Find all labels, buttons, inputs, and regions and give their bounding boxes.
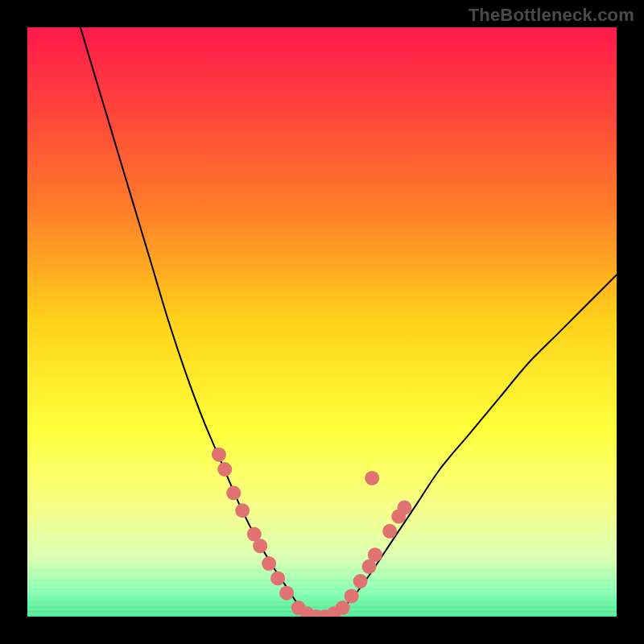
data-point-marker bbox=[217, 462, 232, 477]
svg-rect-1 bbox=[27, 517, 617, 524]
data-point-marker bbox=[368, 547, 382, 562]
data-point-marker bbox=[353, 574, 368, 588]
svg-rect-5 bbox=[27, 572, 617, 580]
svg-rect-3 bbox=[27, 549, 617, 556]
data-point-marker bbox=[382, 524, 397, 539]
data-point-marker bbox=[262, 556, 276, 571]
data-point-marker bbox=[345, 588, 359, 603]
data-point-marker bbox=[397, 501, 411, 515]
data-point-marker bbox=[226, 485, 241, 500]
svg-rect-6 bbox=[27, 581, 617, 588]
data-point-marker bbox=[235, 503, 250, 518]
chart-frame: TheBottleneck.com bbox=[0, 0, 644, 644]
data-point-marker bbox=[336, 601, 350, 615]
svg-rect-4 bbox=[27, 561, 617, 568]
svg-rect-0 bbox=[27, 499, 617, 506]
gradient-background bbox=[27, 27, 617, 617]
data-point-marker bbox=[212, 448, 226, 462]
data-point-marker bbox=[365, 471, 379, 485]
chart-svg bbox=[27, 27, 617, 617]
plot-area bbox=[27, 27, 617, 617]
data-point-marker bbox=[279, 586, 294, 601]
data-point-marker bbox=[253, 539, 267, 553]
svg-rect-2 bbox=[27, 535, 617, 542]
data-point-marker bbox=[270, 571, 285, 585]
svg-rect-7 bbox=[27, 590, 617, 597]
watermark-text: TheBottleneck.com bbox=[469, 5, 634, 26]
